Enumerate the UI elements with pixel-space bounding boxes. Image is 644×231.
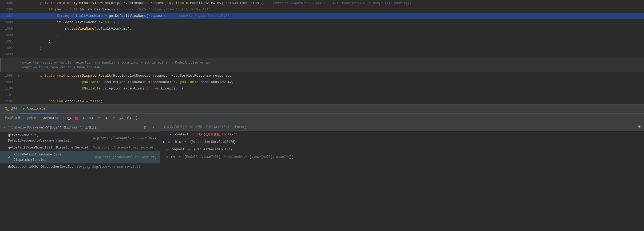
var-equals-context: = <box>190 132 196 137</box>
var-equals-mv: = <box>177 154 183 160</box>
line-icon-1101 <box>16 92 21 98</box>
line-content-1088[interactable]: if (defaultViewName != null) { <box>21 19 644 26</box>
var-item-mv[interactable]: ◎ mv = {ModelAndView@7456} "ModelAndView… <box>160 153 644 161</box>
line-icon-1091 <box>16 38 21 45</box>
var-item-request[interactable]: ◎ request = {RequestFacade@5477} <box>160 146 644 153</box>
code-line-1088: 1088 if (defaultViewName != null) { <box>0 19 644 26</box>
svg-marker-11 <box>143 126 147 129</box>
tab-application[interactable]: ▶ Application × <box>20 104 57 113</box>
line-content-1090[interactable]: } <box>21 32 644 38</box>
tab-close-button[interactable]: × <box>52 107 54 110</box>
code-editor: 1085 private void applyDefaultViewName(H… <box>0 0 644 104</box>
javadoc-comment: Handle the result of handler selection a… <box>0 58 644 72</box>
thread-filter-button[interactable] <box>142 125 148 130</box>
debug-icon: 🐛 <box>5 107 9 111</box>
stack-frame-getDefaultViewName[interactable]: getDefaultViewName:1391, DispatcherServl… <box>0 144 160 151</box>
line-number-1091: 1091 <box>0 38 16 45</box>
panel-tabs: 🐛 调试 ▶ Application × <box>0 104 644 113</box>
var-expand-this[interactable]: ▶ <box>163 139 165 145</box>
line-icon-1092 <box>16 45 21 51</box>
pause-button[interactable] <box>88 115 95 122</box>
line-content-1085[interactable]: private void applyDefaultViewName(HttpSe… <box>21 0 644 6</box>
code-line-1091: 1091 } <box>0 38 644 45</box>
var-item-context[interactable]: ● context = 找不到局部变量'context' <box>160 131 644 138</box>
line-number-1102: 1102 <box>0 98 16 104</box>
code-line-1093: 1093 <box>0 51 644 58</box>
tab-debug-label: 调试 <box>11 107 18 111</box>
var-equals-this: = <box>183 139 188 145</box>
line-number-1086: 1086 <box>0 6 16 13</box>
threads-panel: ✓ "http-nio-8080-exec-5"@5,244 在组"main":… <box>0 123 160 231</box>
thread-check-icon: ✓ <box>3 125 5 130</box>
line-number-1088: 1088 <box>0 19 16 26</box>
var-item-this[interactable]: ▶ ≡ this = {DispatcherServlet@5476} <box>160 138 644 146</box>
line-icon-1087 <box>16 13 21 19</box>
rerun-button[interactable] <box>66 115 72 122</box>
step-into-button[interactable] <box>103 115 110 122</box>
code-line-1086: 1086 if (mv != null && !mv.hasView()) { … <box>0 6 644 13</box>
line-content-1089[interactable]: mv.setViewName(defaultViewName); <box>21 26 644 32</box>
var-name-request: request <box>169 147 185 152</box>
code-line-1098: 1098 @ private void processDispatchResul… <box>0 73 644 79</box>
stack-frame-doDispatch[interactable]: doDispatch:1046, DispatcherServlet (org.… <box>0 163 160 170</box>
mute-button[interactable] <box>126 115 132 122</box>
step-out-button[interactable] <box>111 115 117 122</box>
stack-frame-applyDefaultViewName[interactable]: ↺ applyDefaultViewName:1087, DispatcherS… <box>0 151 160 163</box>
code-line-1085: 1085 private void applyDefaultViewName(H… <box>0 0 644 6</box>
var-value-mv: {ModelAndView@7456} "ModelAndView [view=… <box>184 154 296 160</box>
svg-rect-2 <box>85 117 85 120</box>
line-number-1099: 1099 <box>0 79 16 85</box>
step-over-button[interactable] <box>96 115 102 122</box>
line-icon-1100 <box>16 85 21 92</box>
line-number-1100: 1100 <box>0 85 16 92</box>
toolbar-tab-console[interactable]: 控制台 <box>25 115 39 122</box>
add-watch-button[interactable]: + <box>638 124 641 130</box>
line-content-1091[interactable]: } <box>21 38 644 45</box>
bottom-panel: 🐛 调试 ▶ Application × 线程和变量 控制台 Actuator <box>0 104 644 231</box>
stack-package-text-2: (org.springframework.web.servlet) <box>90 145 156 150</box>
code-line-1089: 1089 mv.setViewName(defaultViewName); <box>0 26 644 32</box>
var-watch-icon-request: ◎ <box>166 147 168 152</box>
var-error-icon-context: ● <box>170 132 172 137</box>
line-content-1086[interactable]: if (mv != null && !mv.hasView()) { mv: "… <box>21 6 644 13</box>
thread-stack-list: getViewName:171, DefaultRequestToViewNam… <box>0 132 160 231</box>
line-content-1092[interactable]: } <box>21 45 644 51</box>
line-number-1089: 1089 <box>0 26 16 32</box>
stack-package-text: (org.springframework.web.servlet.v <box>89 135 157 141</box>
code-line-1092: 1092 } <box>0 45 644 51</box>
line-icon-1099 <box>16 79 21 85</box>
code-line-1101: 1101 <box>0 92 644 98</box>
more-button[interactable]: ⋮ <box>133 115 140 122</box>
line-icon-1089 <box>16 26 21 32</box>
toolbar-tab-actuator[interactable]: Actuator <box>41 115 61 121</box>
line-icon-1102 <box>16 98 21 104</box>
thread-header: ✓ "http-nio-8080-exec-5"@5,244 在组"main":… <box>0 123 160 132</box>
line-icon-1086 <box>16 6 21 13</box>
line-content-1099[interactable]: @Nullable HandlerExecutionChain mappedHa… <box>21 79 644 85</box>
resume-button[interactable] <box>81 115 87 122</box>
thread-dropdown-button[interactable] <box>150 125 157 130</box>
line-number-1098: 1098 <box>0 73 16 79</box>
line-icon-1085 <box>16 0 21 6</box>
line-content-1087[interactable]: String defaultViewName = getDefaultViewN… <box>21 13 644 19</box>
watch-expression-bar: 对表达式求值(Enter)或添加监视(Ctrl+Shift+Enter) + <box>160 123 644 131</box>
line-content-1098[interactable]: private void processDispatchResult(HttpS… <box>21 73 644 79</box>
tab-debug[interactable]: 🐛 调试 <box>2 104 20 113</box>
line-number-1090: 1090 <box>0 32 16 38</box>
code-line-1100: 1100 @Nullable Exception exception) thro… <box>0 85 644 92</box>
code-line-1090: 1090 } <box>0 32 644 38</box>
link-button[interactable] <box>118 115 125 122</box>
line-content-1102[interactable]: boolean errorView = false; <box>21 98 644 104</box>
variables-panel: 对表达式求值(Enter)或添加监视(Ctrl+Shift+Enter) + ●… <box>160 123 644 231</box>
line-icon-1090 <box>16 32 21 38</box>
line-content-1100[interactable]: @Nullable Exception exception) throws Ex… <box>21 85 644 92</box>
var-watch-icon-mv: ◎ <box>166 154 168 160</box>
stop-button[interactable] <box>73 115 80 122</box>
var-name-context: context <box>173 132 189 137</box>
stack-frame-getViewName[interactable]: getViewName:171, DefaultRequestToViewNam… <box>0 132 160 144</box>
var-expand-context[interactable] <box>163 132 167 137</box>
code-line-1102: 1102 boolean errorView = false; <box>0 98 644 104</box>
toolbar-tab-threads[interactable]: 线程和变量 <box>2 115 23 122</box>
line-icon-1098: @ <box>16 73 21 79</box>
line-number-1093: 1093 <box>0 51 16 58</box>
